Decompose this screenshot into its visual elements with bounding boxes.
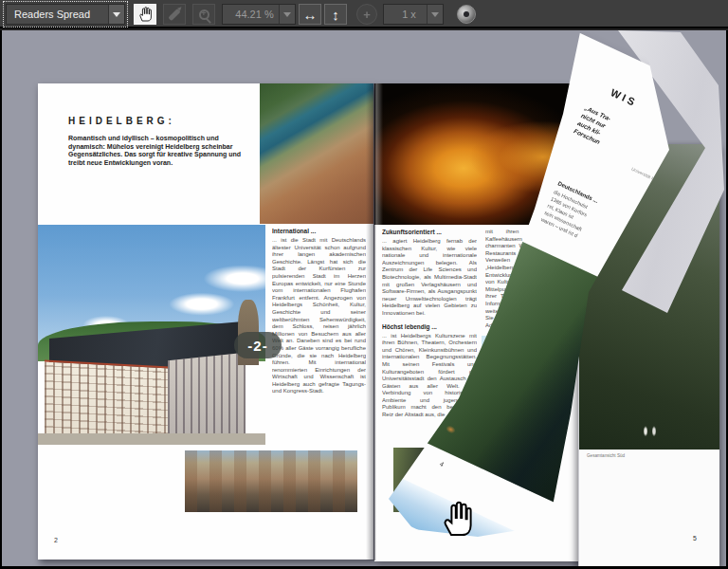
zoom-step-button: + <box>356 4 377 25</box>
recenter-button[interactable] <box>457 5 476 26</box>
intro-paragraph: Romantisch und idyllisch – kosmopolitisc… <box>68 135 248 167</box>
page-scale-select: 1 x <box>383 4 444 25</box>
street <box>38 433 265 445</box>
left-page[interactable]: HEIDELBERG: Romantisch und idyllisch – k… <box>38 83 373 560</box>
building-facade <box>45 360 170 442</box>
target-icon <box>457 5 476 24</box>
toolbar: Readers Spread 44.21 % ↔ ↕ + 1 x <box>0 0 728 28</box>
column-body: ... ist die Stadt mit Deutschlands ältes… <box>272 237 366 395</box>
annotate-tool-button <box>163 4 186 25</box>
market-square-photo <box>185 450 357 512</box>
page-number: 2 <box>54 537 58 543</box>
fit-height-button[interactable]: ↕ <box>324 4 347 25</box>
page-heading: WIS <box>609 86 639 108</box>
text-column: International ... ... ist die Stadt mit … <box>272 228 366 448</box>
hand-icon <box>138 7 152 22</box>
view-mode-select[interactable]: Readers Spread <box>6 4 125 25</box>
chevron-down-icon[interactable] <box>108 5 124 24</box>
page-scale-value: 1 x <box>384 9 427 20</box>
column-heading: Höchst lebendig ... <box>382 323 477 330</box>
column-heading: Zukunftsorientiert ... <box>382 229 477 235</box>
hand-cursor <box>440 499 474 537</box>
circled-plus-icon: + <box>363 8 371 22</box>
chevron-down-icon <box>427 5 443 24</box>
fit-width-icon: ↔ <box>303 8 318 22</box>
page-gutter-shadow <box>366 83 383 560</box>
column-heading: International ... <box>272 228 366 234</box>
page-number: 4 <box>439 460 445 468</box>
fit-width-button[interactable]: ↔ <box>299 4 321 25</box>
zoom-in-icon <box>199 9 209 20</box>
page-title: HEIDELBERG: <box>68 116 175 126</box>
building-side <box>168 353 246 442</box>
document-canvas[interactable]: HEIDELBERG: Romantisch und idyllisch – k… <box>0 30 728 569</box>
aerial-town-photo <box>260 83 373 224</box>
chevron-down-icon <box>279 5 295 24</box>
column-body: ... agiert Heidelberg fernab der klassis… <box>382 238 477 318</box>
page-number: 5 <box>693 535 697 541</box>
zoom-level-value: 44.21 % <box>223 9 279 20</box>
fit-height-icon: ↕ <box>332 8 339 22</box>
photo-caption: Gesamtansicht Süd <box>587 453 625 458</box>
view-mode-value: Readers Spread <box>7 9 108 20</box>
pencil-icon <box>168 8 180 20</box>
page-flip-badge: -2- <box>234 332 282 358</box>
flipbook-viewer-window: Readers Spread 44.21 % ↔ ↕ + 1 x <box>0 0 728 569</box>
hand-tool-button[interactable] <box>134 4 156 25</box>
university-building-photo <box>38 225 265 445</box>
zoom-level-select: 44.21 % <box>222 4 296 25</box>
zoom-tool-button <box>192 4 215 25</box>
